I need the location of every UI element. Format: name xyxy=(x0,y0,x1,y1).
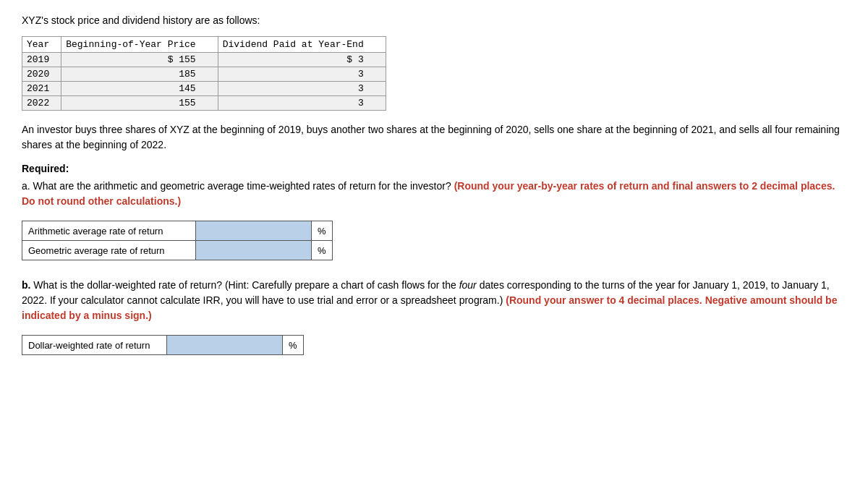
stock-price-table: Year Beginning-of-Year Price Dividend Pa… xyxy=(22,36,386,111)
table-row: 2021 145 3 xyxy=(22,82,386,96)
cell-dividend: $ 3 xyxy=(218,53,386,67)
description-text: An investor buys three shares of XYZ at … xyxy=(22,122,846,153)
cell-dividend: 3 xyxy=(218,82,386,96)
answer-input-1[interactable] xyxy=(196,241,311,260)
cell-price: 185 xyxy=(61,67,218,82)
table-row: 2020 185 3 xyxy=(22,67,386,82)
intro-text: XYZ's stock price and dividend history a… xyxy=(22,14,846,26)
answer-label-0: Arithmetic average rate of return xyxy=(22,221,196,241)
dollar-label: Dollar-weighted rate of return xyxy=(22,336,167,355)
cell-dividend: 3 xyxy=(218,67,386,82)
question-b: b. What is the dollar-weighted rate of r… xyxy=(22,278,846,323)
answer-unit-1: % xyxy=(312,241,333,260)
cell-year: 2020 xyxy=(22,67,61,82)
cell-year: 2022 xyxy=(22,96,61,111)
col-header-year: Year xyxy=(22,37,61,53)
question-a: a. What are the arithmetic and geometric… xyxy=(22,179,846,209)
answer-label-1: Geometric average rate of return xyxy=(22,241,196,260)
question-b-italic: four xyxy=(459,279,477,291)
cell-price: 155 xyxy=(61,96,218,111)
cell-year: 2021 xyxy=(22,82,61,96)
question-a-text: a. What are the arithmetic and geometric… xyxy=(22,180,451,192)
answer-row: Geometric average rate of return % xyxy=(22,241,333,260)
dollar-answer-table: Dollar-weighted rate of return % xyxy=(22,335,304,355)
answer-input-cell-0 xyxy=(196,221,312,241)
answer-row: Arithmetic average rate of return % xyxy=(22,221,333,241)
cell-dividend: 3 xyxy=(218,96,386,111)
cell-price: 145 xyxy=(61,82,218,96)
answer-input-cell-1 xyxy=(196,241,312,260)
table-row: 2022 155 3 xyxy=(22,96,386,111)
answer-input-0[interactable] xyxy=(196,221,311,240)
required-label: Required: xyxy=(22,163,846,174)
dollar-answer-row: Dollar-weighted rate of return % xyxy=(22,336,304,355)
table-row: 2019 $ 155 $ 3 xyxy=(22,53,386,67)
answer-table-a: Arithmetic average rate of return % Geom… xyxy=(22,221,333,260)
dollar-input[interactable] xyxy=(167,336,282,354)
col-header-price: Beginning-of-Year Price xyxy=(61,37,218,53)
cell-year: 2019 xyxy=(22,53,61,67)
question-b-text: What is the dollar-weighted rate of retu… xyxy=(30,279,459,291)
answer-unit-0: % xyxy=(312,221,333,241)
col-header-dividend: Dividend Paid at Year-End xyxy=(218,37,386,53)
question-b-bold: b. xyxy=(22,279,30,291)
dollar-input-cell xyxy=(167,336,283,355)
dollar-unit: % xyxy=(283,336,304,355)
cell-price: $ 155 xyxy=(61,53,218,67)
